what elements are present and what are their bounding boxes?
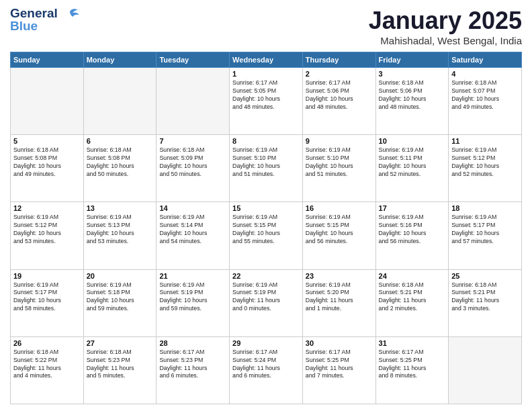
day-info: Sunrise: 6:19 AM Sunset: 5:17 PM Dayligh… xyxy=(13,281,81,314)
calendar-cell xyxy=(157,68,230,135)
calendar-cell: 16Sunrise: 6:19 AM Sunset: 5:15 PM Dayli… xyxy=(302,202,375,269)
day-number: 9 xyxy=(306,137,373,145)
calendar-cell: 1Sunrise: 6:17 AM Sunset: 5:05 PM Daylig… xyxy=(230,68,303,135)
calendar-cell: 13Sunrise: 6:19 AM Sunset: 5:13 PM Dayli… xyxy=(83,202,157,269)
weekday-tuesday: Tuesday xyxy=(157,52,230,68)
calendar-table: SundayMondayTuesdayWednesdayThursdayFrid… xyxy=(10,52,522,404)
calendar-week-1: 5Sunrise: 6:18 AM Sunset: 5:08 PM Daylig… xyxy=(11,135,522,202)
calendar-cell: 6Sunrise: 6:18 AM Sunset: 5:08 PM Daylig… xyxy=(83,135,157,202)
day-number: 6 xyxy=(87,137,154,145)
calendar-cell: 24Sunrise: 6:18 AM Sunset: 5:21 PM Dayli… xyxy=(375,269,449,336)
calendar-cell: 29Sunrise: 6:17 AM Sunset: 5:24 PM Dayli… xyxy=(230,336,303,404)
weekday-friday: Friday xyxy=(375,52,449,68)
day-info: Sunrise: 6:19 AM Sunset: 5:10 PM Dayligh… xyxy=(306,146,373,179)
calendar-cell: 25Sunrise: 6:18 AM Sunset: 5:21 PM Dayli… xyxy=(449,269,522,336)
weekday-monday: Monday xyxy=(83,52,157,68)
weekday-sunday: Sunday xyxy=(11,52,84,68)
day-info: Sunrise: 6:17 AM Sunset: 5:06 PM Dayligh… xyxy=(306,79,373,111)
logo-bird-icon xyxy=(60,6,79,28)
day-info: Sunrise: 6:19 AM Sunset: 5:10 PM Dayligh… xyxy=(232,146,300,179)
calendar-cell: 10Sunrise: 6:19 AM Sunset: 5:11 PM Dayli… xyxy=(375,135,449,202)
calendar-cell: 20Sunrise: 6:19 AM Sunset: 5:18 PM Dayli… xyxy=(83,269,157,336)
day-number: 11 xyxy=(451,137,519,145)
day-info: Sunrise: 6:18 AM Sunset: 5:22 PM Dayligh… xyxy=(13,349,81,381)
calendar-cell xyxy=(449,336,522,404)
logo-blue: Blue xyxy=(10,19,58,32)
logo: General Blue xyxy=(10,7,79,32)
day-number: 14 xyxy=(159,204,226,212)
day-number: 29 xyxy=(232,339,300,347)
header: General Blue January 2025 Mahishadal, We… xyxy=(10,7,522,46)
day-number: 27 xyxy=(87,339,154,347)
day-number: 28 xyxy=(159,339,226,347)
day-info: Sunrise: 6:19 AM Sunset: 5:12 PM Dayligh… xyxy=(13,214,81,246)
calendar-cell: 19Sunrise: 6:19 AM Sunset: 5:17 PM Dayli… xyxy=(11,269,84,336)
calendar-cell: 26Sunrise: 6:18 AM Sunset: 5:22 PM Dayli… xyxy=(11,336,84,404)
calendar-cell xyxy=(11,68,84,135)
day-info: Sunrise: 6:18 AM Sunset: 5:08 PM Dayligh… xyxy=(13,146,81,179)
day-number: 5 xyxy=(13,137,81,145)
calendar-cell: 27Sunrise: 6:18 AM Sunset: 5:23 PM Dayli… xyxy=(83,336,157,404)
day-info: Sunrise: 6:19 AM Sunset: 5:14 PM Dayligh… xyxy=(159,214,226,246)
day-info: Sunrise: 6:19 AM Sunset: 5:19 PM Dayligh… xyxy=(159,281,226,314)
weekday-thursday: Thursday xyxy=(302,52,375,68)
calendar-cell xyxy=(83,68,157,135)
day-number: 30 xyxy=(306,339,373,347)
day-info: Sunrise: 6:19 AM Sunset: 5:13 PM Dayligh… xyxy=(87,214,154,246)
day-number: 18 xyxy=(451,204,519,212)
calendar-cell: 14Sunrise: 6:19 AM Sunset: 5:14 PM Dayli… xyxy=(157,202,230,269)
day-info: Sunrise: 6:17 AM Sunset: 5:05 PM Dayligh… xyxy=(232,79,300,111)
calendar-cell: 17Sunrise: 6:19 AM Sunset: 5:16 PM Dayli… xyxy=(375,202,449,269)
day-number: 13 xyxy=(87,204,154,212)
day-number: 8 xyxy=(232,137,300,145)
calendar-cell: 5Sunrise: 6:18 AM Sunset: 5:08 PM Daylig… xyxy=(11,135,84,202)
weekday-wednesday: Wednesday xyxy=(230,52,303,68)
day-number: 3 xyxy=(379,70,446,78)
calendar-week-0: 1Sunrise: 6:17 AM Sunset: 5:05 PM Daylig… xyxy=(11,68,522,135)
calendar-cell: 21Sunrise: 6:19 AM Sunset: 5:19 PM Dayli… xyxy=(157,269,230,336)
day-number: 7 xyxy=(159,137,226,145)
day-number: 25 xyxy=(451,272,519,280)
day-number: 22 xyxy=(232,272,300,280)
day-number: 15 xyxy=(232,204,300,212)
calendar-week-3: 19Sunrise: 6:19 AM Sunset: 5:17 PM Dayli… xyxy=(11,269,522,336)
calendar-cell: 3Sunrise: 6:18 AM Sunset: 5:06 PM Daylig… xyxy=(375,68,449,135)
calendar-cell: 28Sunrise: 6:17 AM Sunset: 5:23 PM Dayli… xyxy=(157,336,230,404)
calendar-week-4: 26Sunrise: 6:18 AM Sunset: 5:22 PM Dayli… xyxy=(11,336,522,404)
day-number: 12 xyxy=(13,204,81,212)
day-number: 10 xyxy=(379,137,446,145)
calendar-cell: 18Sunrise: 6:19 AM Sunset: 5:17 PM Dayli… xyxy=(449,202,522,269)
calendar-cell: 31Sunrise: 6:17 AM Sunset: 5:25 PM Dayli… xyxy=(375,336,449,404)
main-title: January 2025 xyxy=(369,7,522,35)
day-number: 23 xyxy=(306,272,373,280)
day-info: Sunrise: 6:18 AM Sunset: 5:07 PM Dayligh… xyxy=(451,79,519,111)
day-info: Sunrise: 6:18 AM Sunset: 5:06 PM Dayligh… xyxy=(379,79,446,111)
day-info: Sunrise: 6:19 AM Sunset: 5:19 PM Dayligh… xyxy=(232,281,300,314)
page: General Blue January 2025 Mahishadal, We… xyxy=(0,0,532,411)
day-info: Sunrise: 6:19 AM Sunset: 5:18 PM Dayligh… xyxy=(87,281,154,314)
calendar-week-2: 12Sunrise: 6:19 AM Sunset: 5:12 PM Dayli… xyxy=(11,202,522,269)
day-info: Sunrise: 6:18 AM Sunset: 5:08 PM Dayligh… xyxy=(87,146,154,179)
day-info: Sunrise: 6:17 AM Sunset: 5:25 PM Dayligh… xyxy=(379,349,446,381)
day-info: Sunrise: 6:17 AM Sunset: 5:23 PM Dayligh… xyxy=(159,349,226,381)
day-number: 1 xyxy=(232,70,300,78)
day-info: Sunrise: 6:19 AM Sunset: 5:15 PM Dayligh… xyxy=(306,214,373,246)
day-number: 16 xyxy=(306,204,373,212)
logo-general: General xyxy=(10,7,58,19)
calendar-cell: 8Sunrise: 6:19 AM Sunset: 5:10 PM Daylig… xyxy=(230,135,303,202)
day-info: Sunrise: 6:17 AM Sunset: 5:25 PM Dayligh… xyxy=(306,349,373,381)
weekday-saturday: Saturday xyxy=(449,52,522,68)
day-info: Sunrise: 6:18 AM Sunset: 5:09 PM Dayligh… xyxy=(159,146,226,179)
day-info: Sunrise: 6:18 AM Sunset: 5:21 PM Dayligh… xyxy=(451,281,519,314)
calendar-cell: 11Sunrise: 6:19 AM Sunset: 5:12 PM Dayli… xyxy=(449,135,522,202)
calendar-cell: 15Sunrise: 6:19 AM Sunset: 5:15 PM Dayli… xyxy=(230,202,303,269)
day-info: Sunrise: 6:17 AM Sunset: 5:24 PM Dayligh… xyxy=(232,349,300,381)
day-number: 21 xyxy=(159,272,226,280)
day-info: Sunrise: 6:19 AM Sunset: 5:16 PM Dayligh… xyxy=(379,214,446,246)
day-number: 26 xyxy=(13,339,81,347)
calendar-cell: 23Sunrise: 6:19 AM Sunset: 5:20 PM Dayli… xyxy=(302,269,375,336)
calendar-cell: 7Sunrise: 6:18 AM Sunset: 5:09 PM Daylig… xyxy=(157,135,230,202)
weekday-header-row: SundayMondayTuesdayWednesdayThursdayFrid… xyxy=(11,52,522,68)
day-info: Sunrise: 6:19 AM Sunset: 5:15 PM Dayligh… xyxy=(232,214,300,246)
calendar-cell: 4Sunrise: 6:18 AM Sunset: 5:07 PM Daylig… xyxy=(449,68,522,135)
